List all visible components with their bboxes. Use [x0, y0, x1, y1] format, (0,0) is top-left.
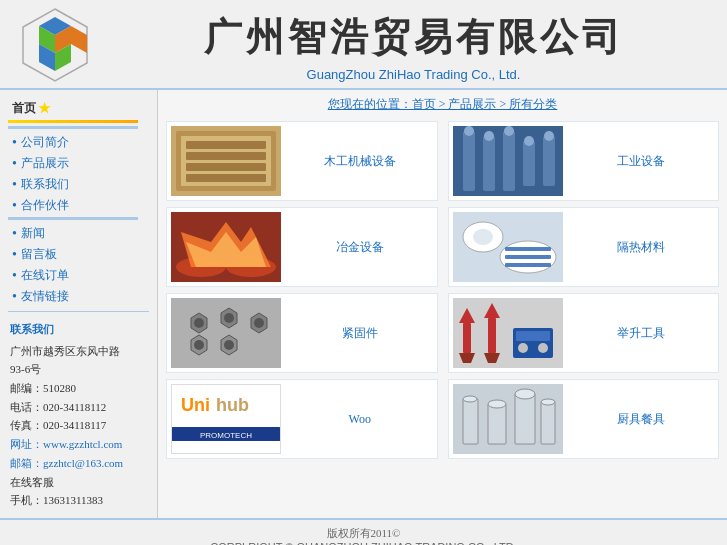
svg-rect-9 — [186, 141, 266, 149]
svg-rect-35 — [505, 263, 551, 267]
product-label-2[interactable]: 冶金设备 — [287, 239, 433, 256]
sidebar-products-label: 产品展示 — [21, 155, 69, 172]
contact-web-link[interactable]: 网址：www.gzzhtcl.com — [10, 438, 122, 450]
svg-rect-36 — [171, 298, 281, 368]
sidebar-item-links[interactable]: 友情链接 — [8, 286, 157, 307]
svg-rect-14 — [463, 131, 475, 191]
product-cell-3: 隔热材料 — [448, 207, 720, 287]
contact-title: 联系我们 — [10, 320, 157, 339]
svg-point-31 — [473, 229, 493, 245]
product-cell-6: Uni hub PROMOTECH Woo — [166, 379, 438, 459]
product-label-1[interactable]: 工业设备 — [569, 153, 715, 170]
svg-rect-34 — [505, 255, 551, 259]
svg-text:Uni: Uni — [181, 395, 210, 415]
svg-rect-48 — [463, 323, 471, 353]
svg-point-42 — [254, 318, 264, 328]
header-inner: 广州智浩贸易有限公司 GuangZhou ZhiHao Trading Co.,… — [204, 12, 624, 82]
content-nav-link[interactable]: 您现在的位置：首页 > 产品展示 > 所有分类 — [328, 97, 558, 111]
svg-rect-51 — [488, 318, 496, 353]
sidebar-partner-label: 合作伙伴 — [21, 197, 69, 214]
svg-rect-11 — [186, 163, 266, 171]
product-label-7[interactable]: 厨具餐具 — [569, 411, 715, 428]
home-label: 首页 — [12, 100, 36, 117]
sidebar-item-home[interactable]: 首页 ★ — [8, 98, 157, 119]
svg-rect-67 — [515, 394, 535, 444]
sidebar-item-products[interactable]: 产品展示 — [8, 153, 157, 174]
sidebar-news-label: 新闻 — [21, 225, 45, 242]
product-cell-4: 紧固件 — [166, 293, 438, 373]
sidebar-item-news[interactable]: 新闻 — [8, 223, 157, 244]
product-img-3 — [453, 212, 563, 282]
svg-rect-33 — [505, 247, 551, 251]
svg-rect-17 — [523, 141, 535, 186]
logo — [10, 5, 100, 85]
contact-fax: 传真：020-34118117 — [10, 416, 157, 435]
svg-rect-12 — [186, 174, 266, 182]
sidebar-about-label: 公司简介 — [21, 134, 69, 151]
star-icon: ★ — [38, 100, 51, 117]
product-cell-7: 厨具餐具 — [448, 379, 720, 459]
contact-online: 在线客服 — [10, 473, 157, 492]
svg-point-68 — [515, 389, 535, 399]
contact-address1: 广州市越秀区东风中路 — [10, 342, 157, 361]
product-label-5[interactable]: 举升工具 — [569, 325, 715, 342]
svg-point-66 — [488, 400, 506, 408]
sidebar-contact-label: 联系我们 — [21, 176, 69, 193]
svg-rect-69 — [541, 402, 555, 444]
svg-rect-65 — [488, 404, 506, 444]
footer-copyright-text: CORPLRIGHT © GUANGZHOU ZHIHAO TRADING CO… — [0, 541, 727, 545]
sidebar-item-order[interactable]: 在线订单 — [8, 265, 157, 286]
svg-rect-10 — [186, 152, 266, 160]
sidebar-item-partner[interactable]: 合作伙伴 — [8, 195, 157, 216]
product-label-3[interactable]: 隔热材料 — [569, 239, 715, 256]
product-label-4[interactable]: 紧固件 — [287, 325, 433, 342]
site-title: 广州智浩贸易有限公司 — [204, 12, 624, 63]
contact-phone: 电话：020-34118112 — [10, 398, 157, 417]
svg-rect-16 — [503, 131, 515, 191]
content-nav-title: 您现在的位置：首页 > 产品展示 > 所有分类 — [166, 96, 719, 113]
product-img-7 — [453, 384, 563, 454]
sidebar-item-contact[interactable]: 联系我们 — [8, 174, 157, 195]
contact-web[interactable]: 网址：www.gzzhtcl.com — [10, 435, 157, 454]
sidebar-item-message[interactable]: 留言板 — [8, 244, 157, 265]
contact-email-link[interactable]: 邮箱：gzzhtcl@163.com — [10, 457, 123, 469]
product-grid: 木工机械设备 — [166, 121, 719, 459]
content-area: 您现在的位置：首页 > 产品展示 > 所有分类 — [158, 90, 727, 518]
sidebar-message-label: 留言板 — [21, 246, 57, 263]
product-cell-1: 工业设备 — [448, 121, 720, 201]
svg-point-64 — [463, 396, 477, 402]
product-cell-5: 举升工具 — [448, 293, 720, 373]
svg-rect-15 — [483, 136, 495, 191]
product-img-5 — [453, 298, 563, 368]
nav-bar-blue-1 — [8, 126, 138, 129]
svg-point-56 — [518, 343, 528, 353]
contact-zip: 邮编：510280 — [10, 379, 157, 398]
product-cell-0: 木工机械设备 — [166, 121, 438, 201]
sidebar-links-label: 友情链接 — [21, 288, 69, 305]
nav-bar-gold — [8, 120, 138, 123]
site-subtitle: GuangZhou ZhiHao Trading Co., Ltd. — [204, 67, 624, 82]
product-img-1 — [453, 126, 563, 196]
svg-rect-18 — [543, 136, 555, 186]
svg-point-20 — [484, 131, 494, 141]
product-label-6[interactable]: Woo — [287, 412, 433, 427]
svg-point-40 — [224, 313, 234, 323]
svg-point-22 — [524, 136, 534, 146]
product-img-0 — [171, 126, 281, 196]
product-cell-2: 冶金设备 — [166, 207, 438, 287]
sidebar-contact-info: 联系我们 广州市越秀区东风中路 93-6号 邮编：510280 电话：020-3… — [8, 320, 157, 510]
product-label-0[interactable]: 木工机械设备 — [287, 153, 433, 170]
svg-point-38 — [194, 318, 204, 328]
svg-rect-55 — [516, 331, 550, 341]
product-img-4 — [171, 298, 281, 368]
svg-text:PROMOTECH: PROMOTECH — [200, 431, 252, 440]
sidebar-item-about[interactable]: 公司简介 — [8, 132, 157, 153]
svg-point-57 — [538, 343, 548, 353]
footer: 版权所有2011© CORPLRIGHT © GUANGZHOU ZHIHAO … — [0, 518, 727, 545]
svg-point-44 — [194, 340, 204, 350]
contact-email[interactable]: 邮箱：gzzhtcl@163.com — [10, 454, 157, 473]
svg-point-21 — [504, 126, 514, 136]
sidebar-divider — [8, 311, 149, 312]
contact-address2: 93-6号 — [10, 360, 157, 379]
svg-point-19 — [464, 126, 474, 136]
